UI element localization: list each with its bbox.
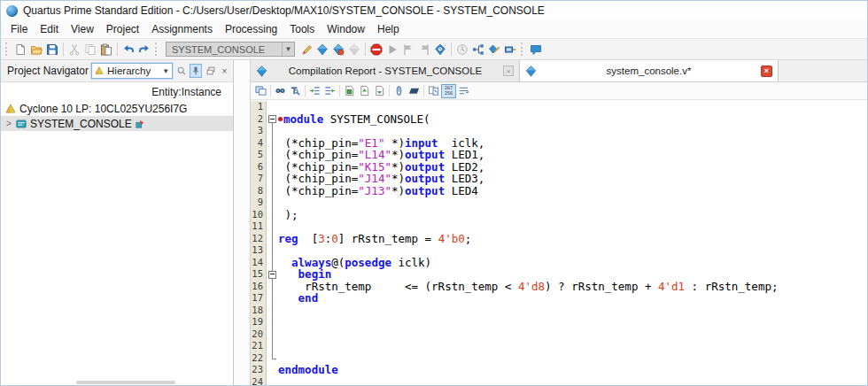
code-line[interactable]: 22 <box>251 352 867 365</box>
document-tabbar: Compilation Report - SYSTEM_CONSOLE×syst… <box>251 60 867 82</box>
analysis-elaboration-icon[interactable] <box>347 42 361 58</box>
project-select[interactable]: SYSTEM_CONSOLE▼ <box>166 42 295 57</box>
bookmark-previous-icon[interactable] <box>357 84 372 98</box>
redo-icon[interactable] <box>137 42 151 58</box>
editor-toolbar-separator <box>389 85 390 96</box>
code-line[interactable]: 13 <box>251 244 867 257</box>
tab-source-file[interactable]: system_console.v*× <box>520 60 779 81</box>
timequest-icon[interactable] <box>455 42 469 58</box>
fold-margin[interactable] <box>267 268 278 281</box>
code-line[interactable]: 11 <box>251 220 867 233</box>
timing-analyzer-icon[interactable] <box>433 42 447 58</box>
rapid-recompile-icon[interactable] <box>331 42 345 58</box>
step-backward-icon[interactable] <box>417 42 431 58</box>
toolbar-drag-handle[interactable] <box>155 42 159 56</box>
step-forward-icon[interactable] <box>401 42 415 58</box>
menu-window[interactable]: Window <box>321 21 371 37</box>
menu-view[interactable]: View <box>65 21 100 37</box>
copy-icon[interactable] <box>83 42 97 58</box>
code-line[interactable]: 20 <box>251 328 867 341</box>
code-line[interactable]: 18 <box>251 305 867 317</box>
code-line[interactable]: 16 rRstn_temp <= (rRstn_temp < 4'd8) ? r… <box>251 281 867 293</box>
stop-processing-icon[interactable] <box>369 42 384 58</box>
code-line[interactable]: 9 <box>251 197 867 209</box>
menu-file[interactable]: File <box>4 21 34 37</box>
char-count-icon[interactable]: 267256 <box>441 84 456 98</box>
menu-assignments[interactable]: Assignments <box>145 21 219 37</box>
expander-icon[interactable]: > <box>5 119 12 128</box>
outdent-icon[interactable] <box>322 84 337 98</box>
menu-processing[interactable]: Processing <box>219 21 283 37</box>
open-project-icon[interactable] <box>29 42 43 58</box>
code-line[interactable]: 14 always@(posedge iclk) <box>251 257 867 269</box>
find-icon[interactable] <box>273 84 288 98</box>
scrollbar-thumb[interactable] <box>76 381 175 384</box>
code-line[interactable]: 24 <box>251 376 867 386</box>
code-line[interactable]: 1 <box>251 101 867 113</box>
new-file-icon[interactable] <box>13 42 27 58</box>
navigator-header: Project Navigator Hierarchy ▼ × <box>1 60 233 82</box>
code-line[interactable]: 6 (*chip_pin="K15"*)output LED2, <box>251 161 867 174</box>
code-line[interactable]: 7 (*chip_pin="J14"*)output LED3, <box>251 173 867 185</box>
line-number: 7 <box>251 173 267 185</box>
save-icon[interactable] <box>45 42 59 58</box>
indent-icon[interactable] <box>307 84 322 98</box>
fold-margin <box>267 197 278 209</box>
code-line[interactable]: 23endmodule <box>251 364 867 376</box>
rtl-viewer-icon[interactable] <box>471 42 485 58</box>
undo-icon[interactable] <box>121 42 136 58</box>
tab-close-icon[interactable]: × <box>503 66 514 76</box>
code-line[interactable]: 19 <box>251 316 867 328</box>
fold-margin[interactable] <box>267 113 278 126</box>
navigator-title: Project Navigator <box>7 65 89 77</box>
chat-icon[interactable] <box>529 42 543 58</box>
tree-item-system-console[interactable]: >SYSTEM_CONSOLE <box>1 116 233 131</box>
navigator-hscrollbar[interactable] <box>1 381 233 385</box>
start-compilation-icon[interactable] <box>315 42 329 58</box>
code-line[interactable]: 4 (*chip_pin="E1" *)input iclk, <box>251 137 867 150</box>
tab-compilation-report[interactable]: Compilation Report - SYSTEM_CONSOLE× <box>251 60 520 81</box>
assignment-editor-icon[interactable] <box>299 42 314 58</box>
bookmark-new-icon[interactable] <box>342 84 357 98</box>
code-text: rRstn_temp <= (rRstn_temp < 4'd8) ? rRst… <box>278 281 778 293</box>
menu-help[interactable]: Help <box>371 21 406 37</box>
menu-tools[interactable]: Tools <box>283 21 321 37</box>
code-line[interactable]: 17 end <box>251 292 867 305</box>
toolbar-drag-handle[interactable] <box>521 42 525 56</box>
comment-block-icon[interactable] <box>407 84 422 98</box>
run-processing-icon[interactable] <box>385 42 399 58</box>
code-line[interactable]: 10 ); <box>251 209 867 221</box>
fold-collapse-icon[interactable] <box>268 115 276 123</box>
cut-icon[interactable] <box>67 42 81 58</box>
paste-icon[interactable] <box>99 42 113 58</box>
code-editor[interactable]: 12module SYSTEM_CONSOLE(34 (*chip_pin="E… <box>251 100 867 385</box>
line-number: 4 <box>251 137 267 150</box>
tab-close-icon[interactable]: × <box>761 66 772 77</box>
word-wrap-icon[interactable] <box>456 84 471 98</box>
compare-files-icon[interactable] <box>426 84 441 98</box>
code-line[interactable]: 12reg [3:0] rRstn_temp = 4'b0; <box>251 233 867 245</box>
bookmark-next-icon[interactable] <box>372 84 387 98</box>
attach-file-icon[interactable] <box>391 84 407 98</box>
toolbar-drag-handle[interactable] <box>5 42 10 56</box>
menu-edit[interactable]: Edit <box>34 21 65 37</box>
programmer-icon[interactable] <box>503 42 517 58</box>
menu-project[interactable]: Project <box>100 21 145 37</box>
navigator-mode-select[interactable]: Hierarchy ▼ <box>91 63 173 79</box>
code-line[interactable]: 3 <box>251 125 867 137</box>
code-line[interactable]: 15 begin <box>251 268 867 281</box>
fold-collapse-icon[interactable] <box>268 271 276 279</box>
tree-item-cyclone-10-lp-10cl025yu256i7g[interactable]: Cyclone 10 LP: 10CL025YU256I7G <box>1 101 233 116</box>
pin-planner-icon[interactable] <box>487 42 501 58</box>
float-panel-icon[interactable] <box>205 64 216 78</box>
close-panel-icon[interactable]: × <box>219 64 230 78</box>
code-line[interactable]: 2module SYSTEM_CONSOLE( <box>251 113 867 126</box>
split-window-icon[interactable] <box>253 84 268 98</box>
find-replace-icon[interactable] <box>288 84 303 98</box>
pin-icon[interactable] <box>190 64 202 78</box>
panel-splitter[interactable] <box>234 60 250 385</box>
search-icon[interactable] <box>175 64 187 78</box>
code-line[interactable]: 8 (*chip_pin="J13"*)output LED4 <box>251 185 867 197</box>
code-line[interactable]: 5 (*chip_pin="L14"*)output LED1, <box>251 149 867 161</box>
code-line[interactable]: 21 <box>251 340 867 352</box>
